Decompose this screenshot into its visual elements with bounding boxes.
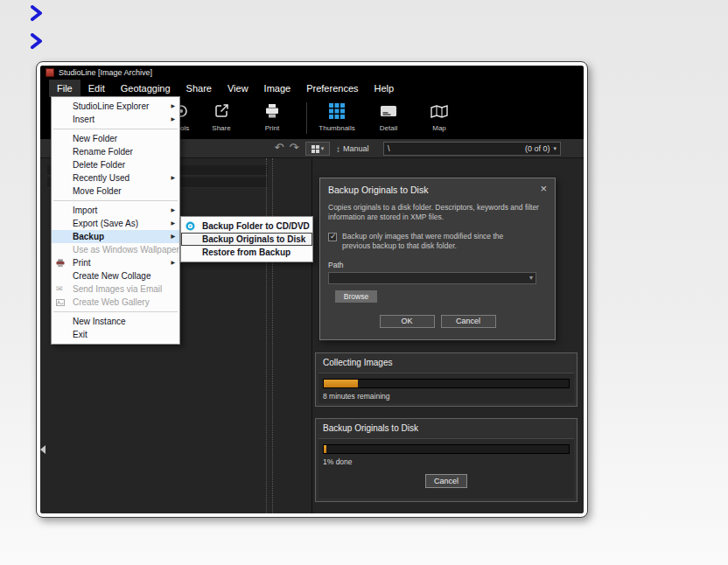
path-select[interactable]: ▾ xyxy=(328,272,536,284)
close-icon[interactable]: × xyxy=(540,185,547,193)
sort-updown-icon: ↕ xyxy=(336,144,340,154)
menu-file[interactable]: File xyxy=(49,80,80,97)
thumbnails-grid-icon xyxy=(312,101,361,122)
toolbar-button-share[interactable]: Share xyxy=(197,101,246,132)
menu-item-export-save-as[interactable]: Export (Save As) xyxy=(52,217,179,230)
menu-item-new-folder[interactable]: New Folder xyxy=(52,132,179,145)
panel-divider xyxy=(312,158,312,513)
menu-item-rename-folder[interactable]: Rename Folder xyxy=(52,145,179,158)
file-menu: StudioLine Explorer Insert New Folder Re… xyxy=(51,96,180,345)
panel-title: Backup Originals to Disk xyxy=(316,419,577,436)
submenu-item-backup-folder-to-cd-dvd[interactable]: Backup Folder to CD/DVD xyxy=(181,220,312,233)
chevron-down-icon: ▾ xyxy=(553,145,556,152)
chevron-right-icon xyxy=(30,5,44,24)
grid-icon xyxy=(312,145,319,153)
menu-separator xyxy=(53,129,178,129)
app-window-content: StudioLine [Image Archive] File Edit Geo… xyxy=(40,66,584,513)
panel-splitter[interactable] xyxy=(266,158,273,513)
progress-fill xyxy=(324,445,326,453)
panel-body: 8 minutes remaining xyxy=(318,373,574,403)
checkbox-label: Backup only images that were modified si… xyxy=(342,232,521,252)
toolbar-separator xyxy=(306,102,307,134)
sort-manual-dropdown[interactable]: ↕ Manual xyxy=(336,142,369,156)
menu-item-delete-folder[interactable]: Delete Folder xyxy=(52,158,179,171)
menu-item-create-new-collage[interactable]: Create New Collage xyxy=(52,269,179,282)
panel-body: 1% done Cancel xyxy=(318,438,574,499)
menu-edit[interactable]: Edit xyxy=(80,80,113,97)
menu-geotagging[interactable]: Geotagging xyxy=(113,80,178,97)
dialog-description: Copies originals to a disk folder. Descr… xyxy=(328,203,547,223)
chevron-right-icon xyxy=(30,33,44,52)
menu-item-exit[interactable]: Exit xyxy=(52,328,179,341)
progress-bar xyxy=(323,379,570,388)
menu-item-insert[interactable]: Insert xyxy=(52,113,179,126)
menu-item-recently-used[interactable]: Recently Used xyxy=(52,171,179,185)
toolbar-button-thumbnails[interactable]: Thumbnails xyxy=(312,101,361,132)
sort-label: Manual xyxy=(343,144,369,153)
forward-button[interactable]: ↷ xyxy=(287,141,301,154)
toolbar-button-print[interactable]: Print xyxy=(248,101,297,132)
menu-item-print[interactable]: Print xyxy=(52,256,179,269)
progress-status: 1% done xyxy=(323,457,570,466)
menu-separator xyxy=(53,311,178,312)
menu-item-backup[interactable]: Backup xyxy=(52,230,179,243)
menu-item-studioline-explorer[interactable]: StudioLine Explorer xyxy=(52,100,179,113)
cancel-button[interactable]: Cancel xyxy=(441,315,496,328)
menu-separator xyxy=(53,200,178,201)
dialog-title: Backup Originals to Disk xyxy=(328,185,540,195)
studioline-logo-icon xyxy=(46,68,54,77)
panel-title: Collecting Images xyxy=(316,353,577,371)
gallery-icon xyxy=(56,296,68,309)
progress-bar xyxy=(323,444,570,454)
menu-item-import[interactable]: Import xyxy=(52,204,179,217)
modified-only-checkbox[interactable] xyxy=(328,233,337,241)
printer-icon xyxy=(248,101,297,122)
menu-item-send-images-via-email: ✉ Send Images via Email xyxy=(52,282,179,296)
view-grid-dropdown[interactable]: ▾ xyxy=(305,142,330,156)
progress-status: 8 minutes remaining xyxy=(323,392,570,401)
menu-item-new-instance[interactable]: New Instance xyxy=(52,315,179,328)
chevron-down-icon: ▾ xyxy=(529,274,536,282)
app-window: StudioLine [Image Archive] File Edit Geo… xyxy=(36,61,588,518)
backup-originals-dialog: Backup Originals to Disk × Copies origin… xyxy=(319,178,556,340)
window-title: StudioLine [Image Archive] xyxy=(59,68,152,77)
printer-icon xyxy=(56,256,68,269)
path-value: \ xyxy=(388,144,525,153)
menu-view[interactable]: View xyxy=(220,80,256,97)
submenu-item-restore-from-backup[interactable]: Restore from Backup xyxy=(181,246,312,259)
backup-progress-panel: Backup Originals to Disk 1% done Cancel xyxy=(315,418,578,502)
toolbar-button-map[interactable]: Map xyxy=(415,101,464,132)
collecting-images-panel: Collecting Images 8 minutes remaining xyxy=(315,352,578,407)
browse-button[interactable]: Browse xyxy=(335,290,377,303)
progress-fill xyxy=(324,380,358,387)
detail-view-icon xyxy=(364,101,413,122)
cd-disc-icon xyxy=(186,220,198,233)
menu-item-use-as-windows-wallpaper: Use as Windows Wallpaper xyxy=(52,243,179,256)
cancel-button[interactable]: Cancel xyxy=(425,474,467,488)
page: { "window": { "title": "StudioLine [Imag… xyxy=(0,0,728,565)
title-bar: StudioLine [Image Archive] xyxy=(40,66,584,80)
share-icon xyxy=(197,101,246,122)
ok-button[interactable]: OK xyxy=(380,315,435,328)
menu-preferences[interactable]: Preferences xyxy=(298,80,366,97)
path-dropdown[interactable]: \ (0 of 0) ▾ xyxy=(383,142,561,156)
collapse-panel-arrow-icon[interactable] xyxy=(40,445,46,454)
menu-image[interactable]: Image xyxy=(256,80,299,97)
menu-item-create-web-gallery: Create Web Gallery xyxy=(52,296,179,309)
menu-bar: File Edit Geotagging Share View Image Pr… xyxy=(40,80,584,97)
submenu-item-backup-originals-to-disk[interactable]: Backup Originals to Disk xyxy=(181,233,312,246)
item-count: (0 of 0) xyxy=(525,144,550,153)
back-button[interactable]: ↶ xyxy=(272,141,286,154)
path-label: Path xyxy=(328,261,547,269)
menu-item-move-folder[interactable]: Move Folder xyxy=(52,185,179,198)
menu-help[interactable]: Help xyxy=(367,80,402,97)
map-icon xyxy=(415,101,464,122)
toolbar-button-detail[interactable]: Detail xyxy=(364,101,413,132)
envelope-icon: ✉ xyxy=(56,282,68,296)
chevron-down-icon: ▾ xyxy=(321,145,325,152)
menu-share[interactable]: Share xyxy=(178,80,220,97)
backup-submenu: Backup Folder to CD/DVD Backup Originals… xyxy=(180,216,313,262)
